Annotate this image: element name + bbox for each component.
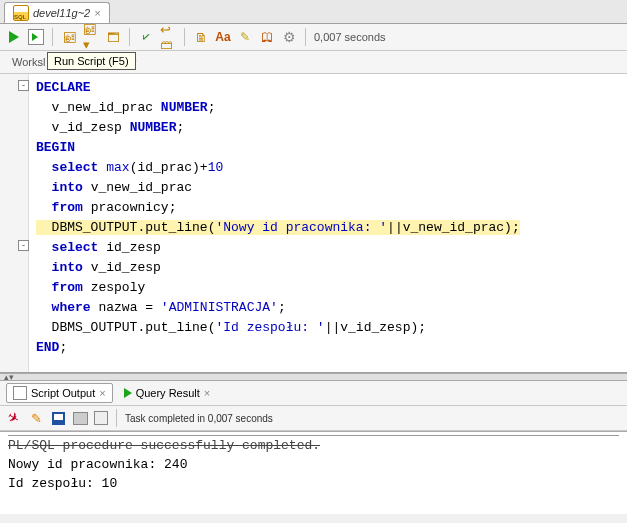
clear-button[interactable]: ✎ [237, 29, 253, 45]
run-script-tooltip: Run Script (F5) [47, 52, 136, 70]
sql-file-icon [13, 5, 29, 21]
script-output-icon [13, 386, 27, 400]
unshared-worksheet-button[interactable]: 🗎 [193, 29, 209, 45]
tab-query-result-label: Query Result [136, 387, 200, 399]
autotrace-button[interactable]: 🗟▾ [83, 29, 99, 45]
rollback-button[interactable]: ↩🗃 [160, 29, 176, 45]
pin-icon[interactable]: ✈ [3, 407, 25, 429]
connection-tab-label: devel11g~2 [33, 7, 90, 19]
output-tab-bar: Script Output × Query Result × [0, 381, 627, 406]
worksheet-tab[interactable]: Worksl [6, 54, 51, 70]
code-area[interactable]: DECLARE v_new_id_prac NUMBER; v_id_zesp … [0, 74, 627, 362]
explain-plan-button[interactable]: 🗟 [61, 29, 77, 45]
settings-button[interactable]: ⚙ [281, 29, 297, 45]
sql-editor[interactable]: - - DECLARE v_new_id_prac NUMBER; v_id_z… [0, 74, 627, 373]
close-icon[interactable]: × [94, 7, 100, 19]
print-output-button[interactable] [72, 410, 88, 426]
sql-history-button[interactable]: 🕮 [259, 29, 275, 45]
main-toolbar: 🗟 🗟▾ 🗔 🗸 ↩🗃 🗎 Aa ✎ 🕮 ⚙ 0,007 seconds [0, 24, 627, 51]
output-status-label: Task completed in 0,007 seconds [125, 413, 273, 424]
tab-script-output[interactable]: Script Output × [6, 383, 113, 403]
output-toolbar: ✈ ✎ Task completed in 0,007 seconds [0, 406, 627, 431]
tab-query-result[interactable]: Query Result × [117, 384, 218, 402]
splitter-handle[interactable]: ▴▾ [0, 373, 627, 381]
fold-toggle-icon[interactable]: - [18, 80, 29, 91]
sql-tuning-button[interactable]: 🗔 [105, 29, 121, 45]
output-settings-button[interactable] [94, 411, 108, 425]
connection-tab[interactable]: devel11g~2 × [4, 2, 110, 23]
elapsed-time-label: 0,007 seconds [314, 31, 386, 43]
run-statement-button[interactable] [6, 29, 22, 45]
run-script-button[interactable] [28, 29, 44, 45]
gutter: - - [0, 74, 29, 372]
fold-toggle-icon[interactable]: - [18, 240, 29, 251]
script-output-area[interactable]: PL/SQL procedure successfully completed.… [0, 431, 627, 514]
query-result-icon [124, 388, 132, 398]
commit-button[interactable]: 🗸 [138, 29, 154, 45]
close-icon[interactable]: × [204, 387, 210, 399]
to-upper-button[interactable]: Aa [215, 29, 231, 45]
close-icon[interactable]: × [99, 387, 105, 399]
save-output-button[interactable] [50, 410, 66, 426]
output-line: Nowy id pracownika: 240 [8, 455, 619, 474]
clear-output-button[interactable]: ✎ [28, 410, 44, 426]
output-line: PL/SQL procedure successfully completed. [8, 435, 619, 455]
tab-script-output-label: Script Output [31, 387, 95, 399]
output-line: Id zespołu: 10 [8, 474, 619, 493]
